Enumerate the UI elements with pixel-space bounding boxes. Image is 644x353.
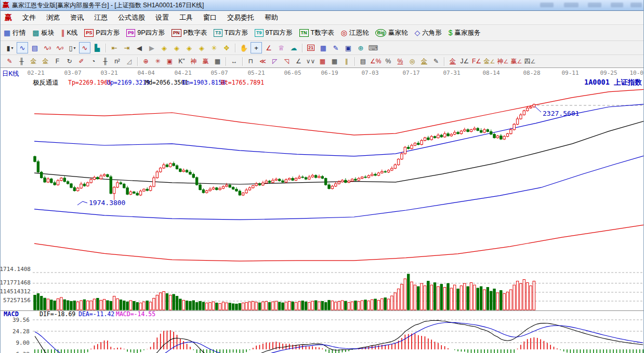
pencil-tool-button[interactable]: ✎ [4, 56, 15, 66]
ruler2-tool-button[interactable]: ╫ [100, 56, 111, 66]
si-angle-button[interactable]: 四∠ [523, 56, 536, 66]
gann-wheel-button[interactable]: ◎江恩轮 [341, 29, 369, 37]
stats-table-button[interactable]: ▤ [358, 56, 369, 66]
hand-tool-button[interactable]: ✋ [238, 42, 249, 53]
p-number-table-button[interactable]: PNP数字表 [172, 29, 207, 37]
icon-subscript: 9 [61, 46, 63, 50]
ying-ruler-button[interactable]: 赢 [200, 56, 211, 66]
menu-formula-stockpick[interactable]: 公式选股 [113, 11, 150, 24]
gold-ruler2-button[interactable]: 金 [40, 56, 51, 66]
menu-window[interactable]: 窗口 [198, 11, 222, 24]
diamond-move-button[interactable]: ✥ [221, 42, 232, 53]
k-mark-button[interactable]: K" [176, 56, 187, 66]
save-button[interactable]: ▣ [343, 42, 354, 53]
gann-fan-red-button[interactable]: ≪ [257, 56, 268, 66]
volume-profile-button[interactable]: ▙ [91, 42, 103, 53]
zigzag-tool-button[interactable]: ∨∨ [305, 56, 316, 66]
p-square-button[interactable]: PSP四方形 [84, 29, 120, 37]
notepad-button[interactable]: ✎ [330, 42, 341, 53]
gann-pattern-red-button[interactable]: ∿ [79, 42, 90, 53]
angle-lines-button[interactable]: ∠ [293, 56, 304, 66]
chart-canvas[interactable]: 02-2103-0703-2104-0404-2105-0705-2106-05… [1, 68, 644, 353]
period-day-button[interactable]: ▮▾ [4, 42, 16, 53]
shen-angle-button[interactable]: 神∠ [496, 56, 509, 66]
calculator-button[interactable]: ▦ [318, 42, 329, 53]
winner-service-button[interactable]: $赢家服务 [449, 29, 481, 37]
shen-ruler-button[interactable]: 神 [188, 56, 199, 66]
percent-line-button[interactable]: ∠% [370, 56, 382, 66]
cloud-tool-button[interactable]: ☁ [288, 42, 299, 53]
grid-123-button[interactable]: ▦ [212, 56, 223, 66]
quotes-button[interactable]: ▦行情 [4, 29, 25, 37]
diamond-star-button[interactable]: ✳ [208, 42, 220, 53]
menu-gann[interactable]: 江恩 [89, 11, 113, 24]
diamond-left-button[interactable]: ◈ [159, 42, 170, 53]
diamond-cross-button[interactable]: ◈ [183, 42, 195, 53]
menu-browse[interactable]: 浏览 [41, 11, 65, 24]
date-tick: 04-21 [174, 70, 191, 76]
web-button[interactable]: ⊕ [355, 42, 366, 53]
candle [153, 178, 155, 186]
gold-ruler1-button[interactable]: 金 [28, 56, 39, 66]
spiral-square-button[interactable]: ▣ [164, 56, 175, 66]
angle-tool-button[interactable]: ∠ [263, 42, 274, 53]
gold-angle-button[interactable]: 金 [447, 56, 458, 66]
parallel-lines-button[interactable]: ∥ [341, 56, 352, 66]
gold-levels-button[interactable]: 金 [418, 56, 429, 66]
export-button[interactable]: ⌨ [367, 42, 379, 53]
spiral-tool-button[interactable]: ↻ [64, 56, 75, 66]
fan-shape-button[interactable]: ◿ [124, 56, 135, 66]
f-ruler-button[interactable]: F [52, 56, 63, 66]
menu-help[interactable]: 帮助 [259, 11, 283, 24]
t-square-button[interactable]: T3T四方形 [214, 29, 248, 37]
info-note-button[interactable]: ▤ [29, 42, 41, 53]
t-number-table-button[interactable]: TNT数字表 [299, 29, 334, 37]
grid-red-button[interactable]: ▦ [317, 56, 328, 66]
menu-file[interactable]: 文件 [17, 11, 41, 24]
menu-tools[interactable]: 工具 [174, 11, 198, 24]
jin-angle-button[interactable]: 金∠ [483, 56, 495, 66]
last-page-button[interactable]: ⇥ [121, 42, 133, 53]
gann-fan-purple-button[interactable]: ◸ [269, 56, 280, 66]
price-mark-button[interactable]: ✎ [430, 56, 441, 66]
first-page-button[interactable]: ⇤ [109, 42, 120, 53]
kline-button[interactable]: ∥K线 [61, 29, 77, 37]
n2-ruler-button[interactable]: n² [112, 56, 123, 66]
percent-levels-button[interactable]: % [395, 56, 405, 66]
icon-subscript: 3 [49, 46, 51, 50]
diamond-x-button[interactable]: ◈ [196, 42, 207, 53]
crown-tool-button[interactable]: ♕ [275, 42, 287, 53]
wave-9-button[interactable]: ∿9 [54, 42, 65, 53]
calendar-21-button[interactable]: 21 [305, 42, 317, 53]
target-tool-button[interactable]: ⊕ [140, 56, 151, 66]
grid-arrow-button[interactable]: ▦ [329, 56, 340, 66]
gold-circle-button[interactable]: ◎ [406, 56, 417, 66]
gann-box-button[interactable]: ⊓ [245, 56, 256, 66]
candle-style-button[interactable]: ▯▾ [67, 42, 78, 53]
next-page-button[interactable]: ▶ [146, 42, 157, 53]
p9-square-button[interactable]: P99P四方形 [126, 29, 165, 37]
menu-trade[interactable]: 交易委托 [222, 11, 259, 24]
percent-tool-button[interactable]: % [383, 56, 393, 66]
crosshair-tool-button[interactable]: + [251, 42, 262, 53]
prev-page-button[interactable]: ◀ [134, 42, 145, 53]
sectors-button[interactable]: ▩板块 [32, 29, 54, 37]
gann-fan-square-button[interactable]: ◹ [281, 56, 292, 66]
time-cycle-button[interactable]: ◔ [88, 56, 99, 66]
winner-wheel-button[interactable]: Big赢家轮 [375, 29, 408, 37]
macd-dea-line [35, 322, 643, 353]
menu-settings[interactable]: 设置 [150, 11, 174, 24]
f-angle-button[interactable]: F∠ [471, 56, 482, 66]
diamond-down-button[interactable]: ◈ [171, 42, 182, 53]
menu-news[interactable]: 资讯 [65, 11, 89, 24]
wave-3-button[interactable]: ∿3 [42, 42, 53, 53]
pencil-ruler-button[interactable]: ✐ [76, 56, 87, 66]
ruler-tool-button[interactable]: ╫ [16, 56, 27, 66]
hexagon-button[interactable]: ◇六角形 [414, 29, 441, 37]
gann-pattern-blue-button[interactable]: ∿ [17, 42, 28, 53]
width-measure-button[interactable]: ↔ [229, 56, 240, 66]
j-angle-button[interactable]: J∠ [459, 56, 470, 66]
ying-angle-button[interactable]: 赢∠ [510, 56, 522, 66]
t9-square-button[interactable]: T99T四方形 [255, 29, 293, 37]
starburst-tool-button[interactable]: ✳ [152, 56, 163, 66]
